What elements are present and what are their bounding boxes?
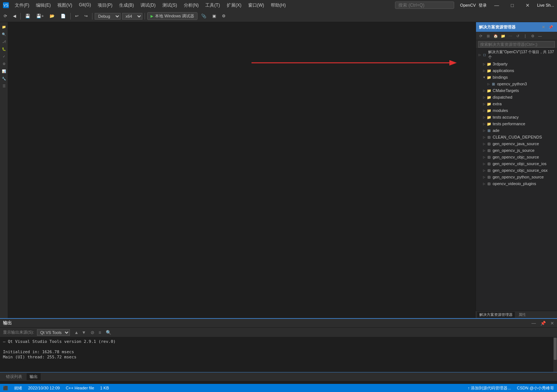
tree-item-tests-accuracy[interactable]: ▷ 📁 tests accuracy <box>476 114 557 120</box>
sol-tab-properties[interactable]: 属性 <box>516 312 528 318</box>
output-word-wrap-btn[interactable]: ≡ <box>99 330 101 335</box>
expand-gen-objc-ios: ▷ <box>482 162 486 166</box>
menu-edit[interactable]: 编辑(E) <box>33 1 54 9</box>
tree-item-gen-objc-osx[interactable]: ▷ ⊟ gen_opencv_objc_source_osx <box>476 167 557 174</box>
config-dropdown[interactable]: Debug Release <box>95 13 121 20</box>
tree-item-gen-objc[interactable]: ▷ ⊟ gen_opencv_objc_source <box>476 154 557 160</box>
menu-help[interactable]: 帮助(H) <box>268 1 289 9</box>
menu-extensions[interactable]: 扩展(X) <box>224 1 244 9</box>
label-gen-objc: gen_opencv_objc_source <box>493 155 539 159</box>
tab-error-list[interactable]: 错误列表 <box>3 373 25 380</box>
run-button[interactable]: ▶ 本地 Windows 调试器 <box>147 12 198 20</box>
output-up-btn[interactable]: ▲ <box>74 330 79 335</box>
sidebar-explorer-icon[interactable]: 📁 <box>1 24 7 30</box>
menu-tools[interactable]: 工具(T) <box>202 1 223 9</box>
expand-gen-js: ▷ <box>482 149 486 152</box>
menu-analyze[interactable]: 分析(N) <box>181 1 202 9</box>
close-button[interactable]: ✕ <box>521 2 534 9</box>
output-minimize[interactable]: — <box>531 321 536 326</box>
titlebar-search-input[interactable] <box>395 1 454 9</box>
toolbar-extra-2[interactable]: ⚙ <box>220 13 228 19</box>
output-find-btn[interactable]: 🔍 <box>106 330 111 335</box>
output-clear-btn[interactable]: ⊘ <box>91 330 94 335</box>
tree-item-videoio-plugins[interactable]: ▷ ⊟ opencv_videoio_plugins <box>476 180 557 187</box>
output-pin[interactable]: 📌 <box>540 321 546 326</box>
tree-item-tests-performance[interactable]: ▷ 📁 tests performance <box>476 120 557 127</box>
sidebar-icon-8[interactable]: 🔧 <box>1 75 7 82</box>
tree-item-3rdparty[interactable]: ▷ 📁 3rdparty <box>476 61 557 67</box>
expand-bindings: ▼ <box>482 76 486 79</box>
sidebar-search-icon[interactable]: 🔍 <box>1 31 7 38</box>
output-close[interactable]: ✕ <box>550 321 554 326</box>
output-source-select[interactable]: Qt VS Tools <box>37 329 70 336</box>
tree-item-extra[interactable]: ▷ 📁 extra <box>476 100 557 107</box>
sidebar-icon-7[interactable]: 📊 <box>1 68 7 75</box>
redo-btn[interactable]: ↪ <box>82 13 90 19</box>
tree-item-ade[interactable]: ▷ ⊞ ade <box>476 127 557 134</box>
toolbar-btn-1[interactable]: ⟳ <box>1 13 9 19</box>
menu-build[interactable]: 生成(B) <box>116 1 137 9</box>
panel-close-btn[interactable]: ✕ <box>540 24 547 30</box>
label-dispatched: dispatched <box>493 95 512 99</box>
panel-pin-btn[interactable]: 📌 <box>547 24 554 30</box>
attach-btn[interactable]: 📎 <box>199 13 209 19</box>
tree-item-clean-cuda[interactable]: ▷ ⊟ CLEAN_CUDA_DEPENDS <box>476 134 557 140</box>
tree-item-bindings[interactable]: ▼ 📁 bindings <box>476 74 557 81</box>
tree-item-gen-python[interactable]: ▷ ⊟ gen_opencv_python_source <box>476 174 557 180</box>
maximize-button[interactable]: □ <box>506 2 518 9</box>
menu-project[interactable]: 项目(P) <box>95 1 115 9</box>
status-filesize: 1 KB <box>100 386 109 390</box>
tree-item-applications[interactable]: ▷ 📁 applications <box>476 67 557 74</box>
new-folder-btn[interactable]: 📁 <box>500 33 506 39</box>
platform-dropdown[interactable]: x64 x86 <box>122 13 142 20</box>
toolbar-extra-1[interactable]: ▣ <box>210 13 218 19</box>
tab-output[interactable]: 输出 <box>27 373 41 380</box>
sidebar-settings-icon[interactable]: ⚙ <box>1 61 7 67</box>
menu-debug[interactable]: 调试(D) <box>138 1 159 9</box>
minus-btn[interactable]: — <box>537 33 543 39</box>
tree-item-dispatched[interactable]: ▷ 📁 dispatched <box>476 94 557 100</box>
tree-item-cmaketargets[interactable]: ▷ 📁 CMakeTargets <box>476 87 557 94</box>
output-down-btn[interactable]: ▼ <box>82 330 86 335</box>
save-file[interactable]: 💾 <box>23 13 33 19</box>
refresh-btn[interactable]: ↺ <box>514 33 521 39</box>
tree-item-opencv-python3[interactable]: ▷ ⊞ opencv_python3 <box>476 81 557 87</box>
solution-search-input[interactable] <box>478 41 555 48</box>
menu-test[interactable]: 测试(S) <box>159 1 180 9</box>
tree-item-gen-js[interactable]: ▷ ⊟ gen_opencv_js_source <box>476 147 557 154</box>
solution-root-item[interactable]: ▷ □ 解决方案"OpenCV"(137 个项目，共 137 个 <box>476 49 557 61</box>
sidebar-test-icon[interactable]: ✓ <box>1 53 7 60</box>
sync-btn[interactable]: ⟳ <box>477 33 484 39</box>
tree-item-gen-java[interactable]: ▷ ⊟ gen_opencv_java_source <box>476 140 557 147</box>
sidebar-debug-icon[interactable]: 🐛 <box>1 46 7 52</box>
output-header: 输出 — 📌 ✕ <box>0 319 557 328</box>
new-file[interactable]: 📄 <box>58 13 68 19</box>
folder-icon-dispatched: 📁 <box>486 95 492 100</box>
menu-git[interactable]: Git(G) <box>76 1 94 9</box>
sol-tab-explorer[interactable]: 解决方案资源管理器 <box>477 312 515 318</box>
menu-file[interactable]: 文件(F) <box>12 1 32 9</box>
tree-item-modules[interactable]: ▷ 📁 modules <box>476 107 557 114</box>
open-file[interactable]: 📂 <box>47 13 57 19</box>
folder-icon-modules: 📁 <box>486 108 492 113</box>
folder-icon-3rdparty: 📁 <box>486 61 492 67</box>
sidebar-git-icon[interactable]: ⎇ <box>1 38 7 45</box>
expand-3rdparty: ▷ <box>482 62 486 66</box>
minimize-button[interactable]: — <box>490 2 503 9</box>
menu-window[interactable]: 窗口(W) <box>245 1 267 9</box>
undo-btn[interactable]: ↩ <box>73 13 81 19</box>
label-videoio-plugins: opencv_videoio_plugins <box>493 181 536 186</box>
add-to-source-btn[interactable]: ↑ 添加到源代码管理器... <box>468 385 511 391</box>
folder-icon-bindings: 📁 <box>486 75 492 80</box>
save-all[interactable]: 💾+ <box>34 13 46 19</box>
login-button[interactable]: 登录 <box>479 3 487 8</box>
home-btn[interactable]: 🏠 <box>492 33 499 39</box>
props-btn[interactable]: ⋯ <box>507 33 514 39</box>
tree-item-gen-objc-ios[interactable]: ▷ ⊟ gen_opencv_objc_source_ios <box>476 160 557 167</box>
filter-btn[interactable]: ⚙ <box>529 33 536 39</box>
menu-view[interactable]: 视图(V) <box>54 1 75 9</box>
sidebar-icon-9[interactable]: ☰ <box>1 83 7 89</box>
folder-icon-applications: 📁 <box>486 68 492 73</box>
collapse-btn[interactable]: ⊞ <box>485 33 492 39</box>
toolbar-btn-2[interactable]: ◀ <box>11 13 18 19</box>
